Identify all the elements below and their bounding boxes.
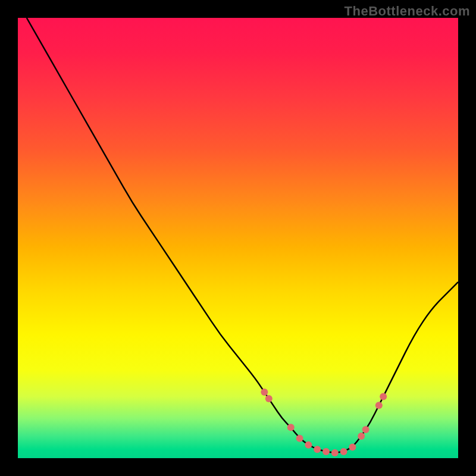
watermark-text: TheBottleneck.com — [345, 4, 470, 19]
gradient-background — [18, 18, 458, 458]
plot-area — [18, 18, 458, 458]
chart-container: TheBottleneck.com — [0, 0, 476, 476]
